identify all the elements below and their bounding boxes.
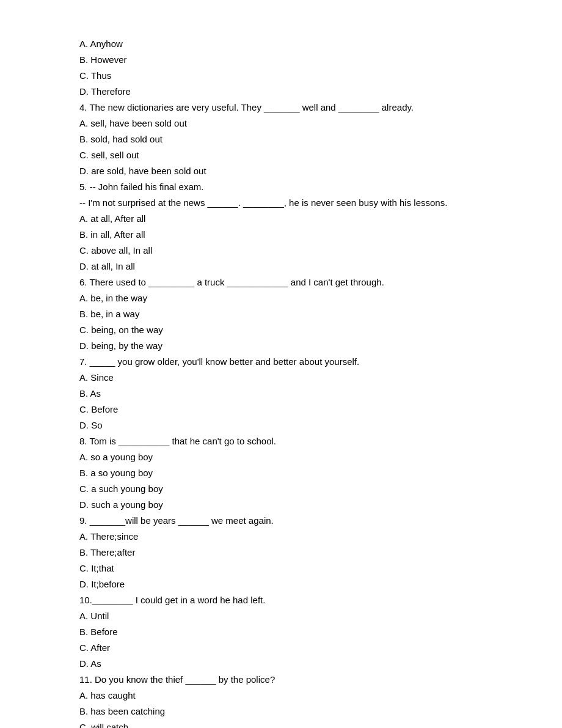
quiz-line-33: C. It;that	[79, 561, 483, 576]
quiz-line-23: C. Before	[79, 402, 483, 417]
quiz-line-34: D. It;before	[79, 577, 483, 592]
quiz-line-1: B. However	[79, 53, 483, 67]
quiz-line-39: D. As	[79, 656, 483, 671]
quiz-line-25: 8. Tom is __________ that he can't go to…	[79, 434, 483, 449]
quiz-line-37: B. Before	[79, 625, 483, 639]
quiz-line-7: C. sell, sell out	[79, 148, 483, 163]
quiz-line-16: A. be, in the way	[79, 291, 483, 306]
quiz-line-28: C. a such young boy	[79, 482, 483, 496]
quiz-content: A. AnyhowB. HoweverC. ThusD. Therefore4.…	[79, 37, 483, 728]
quiz-line-5: A. sell, have been sold out	[79, 116, 483, 131]
quiz-line-8: D. are sold, have been sold out	[79, 164, 483, 178]
quiz-line-27: B. a so young boy	[79, 466, 483, 480]
quiz-line-30: 9. _______will be years ______ we meet a…	[79, 513, 483, 528]
quiz-line-42: B. has been catching	[79, 704, 483, 719]
quiz-line-35: 10.________ I could get in a word he had…	[79, 593, 483, 608]
quiz-line-41: A. has caught	[79, 688, 483, 703]
quiz-line-12: B. in all, After all	[79, 227, 483, 242]
quiz-line-26: A. so a young boy	[79, 450, 483, 465]
quiz-line-11: A. at all, After all	[79, 211, 483, 226]
quiz-line-36: A. Until	[79, 609, 483, 623]
quiz-line-0: A. Anyhow	[79, 37, 483, 51]
quiz-line-14: D. at all, In all	[79, 259, 483, 274]
quiz-line-3: D. Therefore	[79, 84, 483, 99]
quiz-line-22: B. As	[79, 386, 483, 401]
quiz-line-20: 7. _____ you grow older, you'll know bet…	[79, 355, 483, 369]
quiz-line-29: D. such a young boy	[79, 498, 483, 512]
quiz-line-9: 5. -- John failed his final exam.	[79, 180, 483, 194]
quiz-line-19: D. being, by the way	[79, 339, 483, 353]
quiz-line-4: 4. The new dictionaries are very useful.…	[79, 100, 483, 115]
quiz-line-15: 6. There used to _________ a truck _____…	[79, 275, 483, 290]
quiz-line-24: D. So	[79, 418, 483, 433]
quiz-line-10: -- I'm not surprised at the news ______.…	[79, 196, 483, 210]
quiz-line-21: A. Since	[79, 370, 483, 385]
quiz-line-38: C. After	[79, 641, 483, 655]
quiz-line-6: B. sold, had sold out	[79, 132, 483, 147]
quiz-line-2: C. Thus	[79, 68, 483, 83]
quiz-line-40: 11. Do you know the thief ______ by the …	[79, 672, 483, 687]
quiz-line-43: C. will catch	[79, 720, 483, 728]
quiz-line-13: C. above all, In all	[79, 243, 483, 258]
quiz-line-17: B. be, in a way	[79, 307, 483, 322]
quiz-line-32: B. There;after	[79, 545, 483, 560]
quiz-line-18: C. being, on the way	[79, 323, 483, 337]
quiz-line-31: A. There;since	[79, 529, 483, 544]
